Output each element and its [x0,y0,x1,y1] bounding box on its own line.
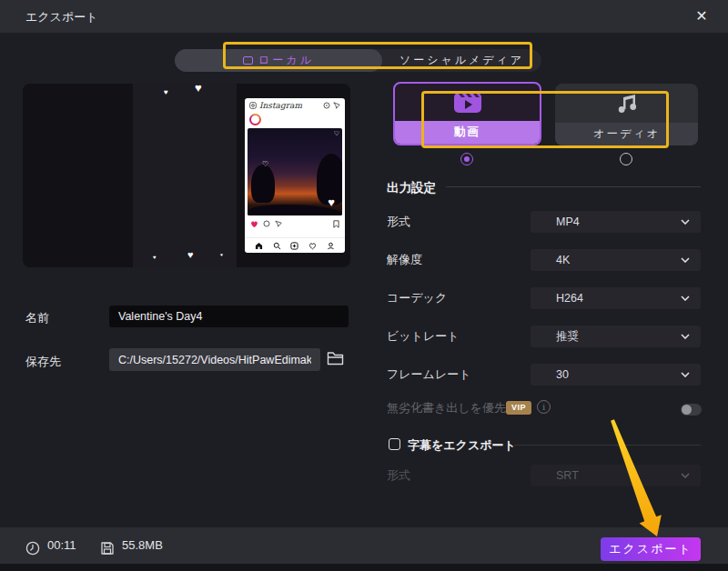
codec-dropdown[interactable]: H264 [531,287,701,309]
folder-icon[interactable] [327,351,344,366]
subtitle-format-value: SRT [556,469,681,482]
duration-value: 00:11 [47,538,76,552]
heart-icon: ♥ [220,253,223,257]
format-dropdown[interactable]: MP4 [531,211,701,233]
bitrate-dropdown[interactable]: 推奨 [531,326,701,347]
window-bottom-edge [0,564,728,571]
name-label: 名前 [25,310,49,326]
add-post-icon [290,242,298,250]
monitor-icon [243,56,253,65]
format-value: MP4 [556,215,681,228]
chevron-down-icon [681,257,690,263]
codec-label: コーデック [387,287,523,309]
video-clapper-icon [453,92,482,114]
media-type-audio[interactable]: オーディオ [555,84,698,145]
subtitle-format-dropdown: SRT [531,465,701,486]
name-input[interactable] [109,306,349,327]
igtv-icon [323,102,330,109]
audio-label: オーディオ [593,126,661,142]
title-bar [0,0,728,33]
resolution-label: 解像度 [387,249,523,271]
heart-icon: ♥ [195,84,202,94]
sunset-photo: ♡ ♡ ♥ [248,128,342,215]
video-preview-panel: ♥ ♥ ♥ ♥ ♥ Instagram [23,84,350,267]
camera-icon [249,102,257,109]
subtitle-label: 字幕をエクスポート [408,437,516,454]
heart-icon: ♡ [262,161,268,168]
section-divider [446,186,701,187]
save-icon [100,541,115,556]
vip-badge: VIP [506,401,531,415]
bitrate-value: 推奨 [556,329,681,345]
heart-icon: ♥ [187,250,194,260]
resolution-dropdown[interactable]: 4K [531,249,701,271]
comment-icon [263,220,270,227]
send-icon [333,102,340,109]
audio-note-icon [615,92,639,115]
export-target-tabs: ローカル ソーシャルメディア [175,49,541,72]
subtitle-format-label: 形式 [387,465,523,486]
bookmark-icon [333,220,339,228]
info-icon[interactable]: i [537,400,551,414]
chevron-down-icon [681,372,690,377]
profile-icon [327,242,335,250]
instagram-mockup-card: Instagram ♡ ♡ ♥ [245,98,345,253]
story-avatar [249,114,261,125]
export-dialog: エクスポート ✕ ローカル ソーシャルメディア ♥ ♥ ♥ ♥ ♥ [0,0,728,571]
close-icon[interactable]: ✕ [692,7,712,25]
search-icon [273,242,281,250]
resolution-value: 4K [556,254,681,266]
chevron-down-icon [681,334,690,339]
subtitle-divider [514,445,701,446]
tab-social-media[interactable]: ソーシャルメディア [382,49,541,72]
video-frame: ♥ ♥ ♥ ♥ ♥ Instagram [133,84,237,267]
codec-value: H264 [556,292,681,305]
like-icon [250,220,258,228]
dialog-title: エクスポート [25,9,98,25]
bitrate-label: ビットレート [387,326,523,347]
filesize-value: 55.8MB [122,538,163,552]
chevron-down-icon [681,473,690,478]
heart-icon: ♡ [334,130,339,136]
save-path-label: 保存先 [25,354,61,370]
home-icon [255,242,263,250]
activity-heart-icon [308,242,317,250]
subtitle-checkbox[interactable] [389,438,400,450]
heart-icon: ♥ [328,196,335,208]
chevron-down-icon [681,219,690,225]
audio-radio[interactable] [620,153,632,165]
lossless-toggle[interactable] [681,404,702,416]
format-label: 形式 [387,211,523,233]
chevron-down-icon [681,296,690,301]
framerate-label: フレームレート [387,364,523,386]
share-icon [275,220,282,227]
media-type-video[interactable]: 動画 [393,82,541,145]
video-radio[interactable] [460,153,473,165]
tab-local[interactable]: ローカル [175,49,382,72]
output-settings-title: 出力設定 [387,180,436,196]
heart-icon: ♥ [153,255,157,260]
instagram-logo: Instagram [259,101,302,110]
tab-social-label: ソーシャルメディア [399,53,524,68]
framerate-value: 30 [556,368,681,381]
tab-local-label: ローカル [258,53,314,68]
heart-icon: ♥ [164,89,168,96]
lossless-label: 無劣化書き出しを優先 [387,397,523,419]
clock-icon [25,541,40,556]
video-label: 動画 [454,125,480,140]
save-path-input[interactable] [109,348,320,371]
export-button[interactable]: エクスポート [601,537,701,561]
framerate-dropdown[interactable]: 30 [531,364,701,386]
